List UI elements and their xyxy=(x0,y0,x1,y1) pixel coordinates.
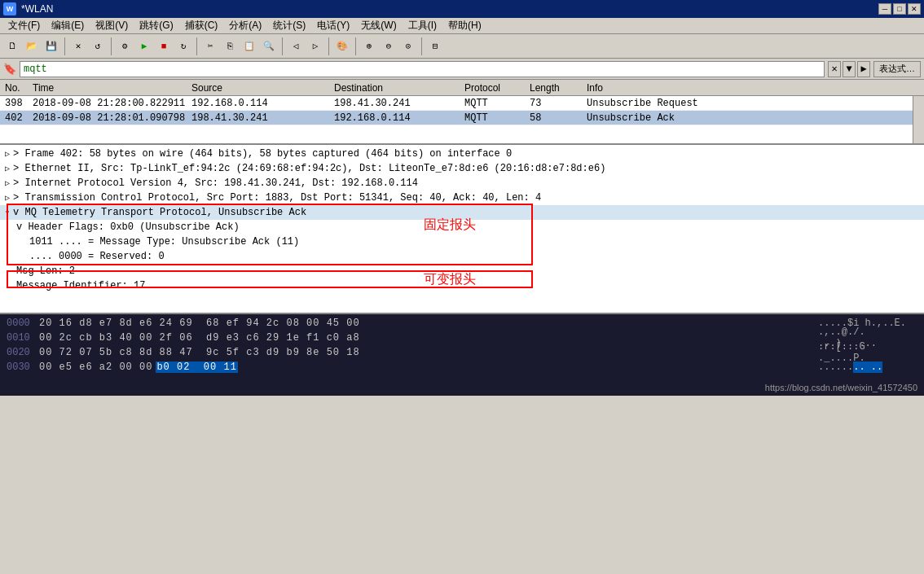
maximize-button[interactable]: □ xyxy=(893,3,906,15)
filter-right-button[interactable]: ▶ xyxy=(857,61,870,77)
close-button[interactable]: ✕ xyxy=(908,3,921,15)
menu-view[interactable]: 视图(V) xyxy=(90,18,133,33)
menu-capture[interactable]: 捕获(C) xyxy=(180,18,223,33)
expand-ethernet-icon: ▷ xyxy=(5,164,10,173)
start-capture-button[interactable]: ▶ xyxy=(135,37,153,55)
mqtt-detail: v MQ Telemetry Transport Protocol, Unsub… xyxy=(13,207,306,218)
expand-mqtt-icon: ▾ xyxy=(5,208,10,217)
packet-protocol: MQTT xyxy=(464,112,530,124)
detail-mqtt-row[interactable]: ▾ v MQ Telemetry Transport Protocol, Uns… xyxy=(0,205,924,220)
restart-button[interactable]: ↻ xyxy=(174,37,192,55)
menu-analyze[interactable]: 分析(A) xyxy=(224,18,266,33)
hex-bytes: 20 16 d8 e7 8d e6 24 69 68 ef 94 2c 08 0… xyxy=(39,318,812,329)
zoom-out-button[interactable]: ⊖ xyxy=(380,37,398,55)
app-icon: W xyxy=(3,2,16,15)
header-flags-detail: v Header Flags: 0xb0 (Unsubscribe Ack) xyxy=(16,221,240,233)
detail-ethernet-row[interactable]: ▷ > Ethernet II, Src: Tp-LinkT_ef:94:2c … xyxy=(0,161,924,176)
header-time: Time xyxy=(33,82,191,94)
new-button[interactable]: 🗋 xyxy=(3,37,21,55)
copy-button[interactable]: ⎘ xyxy=(221,37,239,55)
packet-list[interactable]: 398 2018-09-08 21:28:00.822911 192.168.0… xyxy=(0,96,924,143)
header-source: Source xyxy=(191,82,334,94)
hex-ascii: ........ .. xyxy=(812,361,917,373)
msg-type-detail: 1011 .... = Message Type: Unsubscribe Ac… xyxy=(29,236,299,248)
detail-header-flags-row[interactable]: v Header Flags: 0xb0 (Unsubscribe Ack) xyxy=(0,220,924,234)
packet-dest: 198.41.30.241 xyxy=(334,98,464,109)
packet-no: 402 xyxy=(0,112,33,124)
packet-source: 198.41.30.241 xyxy=(191,112,334,124)
header-length: Length xyxy=(530,82,587,94)
header-no: No. xyxy=(0,82,33,94)
toolbar: 🗋 📂 💾 ✕ ↺ ⚙ ▶ ■ ↻ ✂ ⎘ 📋 🔍 ◁ ▷ 🎨 ⊕ ⊖ ⊙ ⊟ xyxy=(0,34,924,59)
menu-file[interactable]: 文件(F) xyxy=(3,18,45,33)
menu-stats[interactable]: 统计(S) xyxy=(268,18,310,33)
packet-time: 2018-09-08 21:28:00.822911 xyxy=(33,98,191,109)
menu-tools[interactable]: 工具(I) xyxy=(403,18,442,33)
resize-columns-button[interactable]: ⊟ xyxy=(426,37,444,55)
frame-detail: > Frame 402: 58 bytes on wire (464 bits)… xyxy=(13,148,512,160)
detail-msg-id-row[interactable]: Message Identifier: 17 xyxy=(0,278,924,293)
prev-button[interactable]: ◁ xyxy=(287,37,305,55)
window-title: *WLAN xyxy=(21,3,53,15)
packet-list-scrollbar[interactable] xyxy=(913,96,924,143)
packet-no: 398 xyxy=(0,98,33,109)
capture-options-button[interactable]: ⚙ xyxy=(116,37,134,55)
reserved-detail: .... 0000 = Reserved: 0 xyxy=(29,251,165,262)
menu-help[interactable]: 帮助(H) xyxy=(443,18,486,33)
menu-bar: 文件(F) 编辑(E) 视图(V) 跳转(G) 捕获(C) 分析(A) 统计(S… xyxy=(0,18,924,34)
open-button[interactable]: 📂 xyxy=(23,37,41,55)
filter-clear-button[interactable]: ✕ xyxy=(828,61,841,77)
hex-offset: 0010 xyxy=(7,332,39,344)
menu-phone[interactable]: 电话(Y) xyxy=(312,18,354,33)
hex-row-2: 0020 00 72 07 5b c8 8d 88 47 9c 5f c3 d9… xyxy=(7,345,917,360)
hex-dump: 0000 20 16 d8 e7 8d e6 24 69 68 ef 94 2c… xyxy=(0,314,924,396)
close-capture-button[interactable]: ✕ xyxy=(69,37,87,55)
msg-id-detail: Message Identifier: 17 xyxy=(16,280,145,291)
filter-dropdown-button[interactable]: ▼ xyxy=(843,61,856,77)
detail-reserved-row[interactable]: .... 0000 = Reserved: 0 xyxy=(0,249,924,264)
detail-msg-type-row[interactable]: 1011 .... = Message Type: Unsubscribe Ac… xyxy=(0,234,924,249)
stop-capture-button[interactable]: ■ xyxy=(155,37,173,55)
colorize-button[interactable]: 🎨 xyxy=(333,37,351,55)
menu-edit[interactable]: 编辑(E) xyxy=(46,18,89,33)
detail-frame-row[interactable]: ▷ > Frame 402: 58 bytes on wire (464 bit… xyxy=(0,147,924,161)
filter-bar: 🔖 ✕ ▼ ▶ 表达式… xyxy=(0,59,924,80)
filter-icon: 🔖 xyxy=(3,63,16,76)
detail-ip-row[interactable]: ▷ > Internet Protocol Version 4, Src: 19… xyxy=(0,176,924,191)
packet-list-header: No. Time Source Destination Protocol Len… xyxy=(0,80,924,96)
menu-wireless[interactable]: 无线(W) xyxy=(356,18,401,33)
packet-length: 73 xyxy=(530,98,587,109)
zoom-reset-button[interactable]: ⊙ xyxy=(399,37,417,55)
cut-button[interactable]: ✂ xyxy=(201,37,219,55)
expand-tcp-icon: ▷ xyxy=(5,193,10,203)
paste-button[interactable]: 📋 xyxy=(240,37,258,55)
packet-dest: 192.168.0.114 xyxy=(334,112,464,124)
hex-row-0: 0000 20 16 d8 e7 8d e6 24 69 68 ef 94 2c… xyxy=(7,316,917,331)
menu-goto[interactable]: 跳转(G) xyxy=(134,18,178,33)
expand-frame-icon: ▷ xyxy=(5,149,10,159)
window-controls[interactable]: ─ □ ✕ xyxy=(878,3,921,15)
zoom-in-button[interactable]: ⊕ xyxy=(360,37,378,55)
table-row[interactable]: 398 2018-09-08 21:28:00.822911 192.168.0… xyxy=(0,96,924,111)
ethernet-detail: > Ethernet II, Src: Tp-LinkT_ef:94:2c (2… xyxy=(13,163,605,174)
expression-button[interactable]: 表达式… xyxy=(873,61,921,77)
packet-info: Unsubscribe Request xyxy=(587,98,924,109)
packet-info: Unsubscribe Ack xyxy=(587,112,908,124)
reload-button[interactable]: ↺ xyxy=(89,37,107,55)
table-row[interactable]: 402 2018-09-08 21:28:01.090798 198.41.30… xyxy=(0,111,924,125)
packet-time: 2018-09-08 21:28:01.090798 xyxy=(33,112,191,124)
hex-ascii: .r.[...G ._....P. xyxy=(812,341,917,364)
minimize-button[interactable]: ─ xyxy=(878,3,891,15)
detail-msg-len-row[interactable]: Msg Len: 2 xyxy=(0,264,924,278)
next-button[interactable]: ▷ xyxy=(306,37,324,55)
detail-tcp-row[interactable]: ▷ > Transmission Control Protocol, Src P… xyxy=(0,191,924,205)
filter-input[interactable] xyxy=(20,61,825,77)
title-bar: W *WLAN ─ □ ✕ xyxy=(0,0,924,18)
save-button[interactable]: 💾 xyxy=(42,37,60,55)
packet-length: 58 xyxy=(530,112,587,124)
hex-bytes: 00 72 07 5b c8 8d 88 47 9c 5f c3 d9 b9 8… xyxy=(39,347,812,358)
hex-bytes: 00 2c cb b3 40 00 2f 06 d9 e3 c6 29 1e f… xyxy=(39,332,812,344)
find-button[interactable]: 🔍 xyxy=(260,37,278,55)
hex-bytes: 00 e5 e6 a2 00 00 b0 02 00 11 xyxy=(39,361,812,373)
tcp-detail: > Transmission Control Protocol, Src Por… xyxy=(13,192,541,204)
